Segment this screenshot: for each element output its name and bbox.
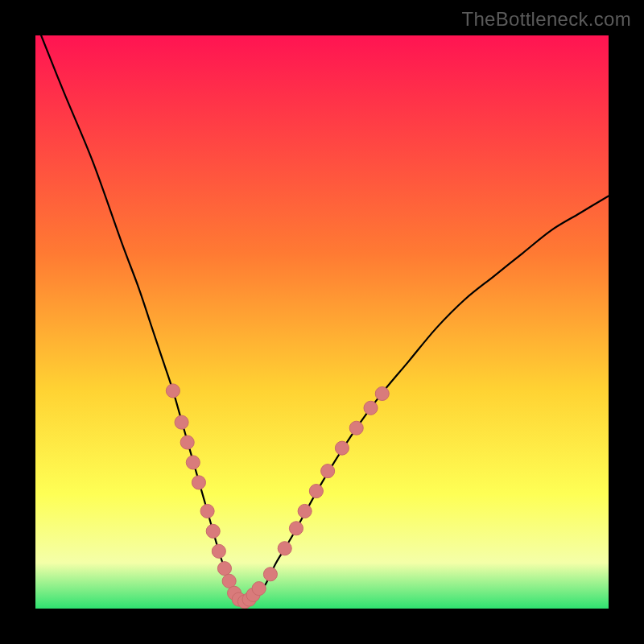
chart-stage: TheBottleneck.com (0, 0, 644, 644)
bead-point (212, 544, 225, 558)
bead-point (166, 384, 180, 398)
bead-point (335, 441, 349, 455)
bead-point (192, 476, 205, 489)
curve-beads (166, 384, 389, 609)
bead-point (200, 504, 214, 518)
bead-point (364, 401, 378, 415)
bead-point (180, 436, 194, 449)
bead-point (263, 568, 277, 581)
bead-point (252, 582, 266, 596)
bead-point (278, 542, 291, 555)
plot-area (35, 35, 609, 609)
bottleneck-curve (35, 35, 609, 609)
bead-point (321, 464, 335, 478)
bead-point (206, 524, 220, 538)
watermark-text: TheBottleneck.com (461, 8, 631, 31)
bead-point (217, 562, 231, 576)
bead-point (298, 504, 312, 518)
bead-point (375, 386, 389, 400)
bead-point (309, 485, 323, 498)
bead-point (289, 522, 303, 535)
bead-point (175, 415, 188, 429)
bead-point (186, 456, 200, 469)
bead-point (349, 421, 363, 435)
